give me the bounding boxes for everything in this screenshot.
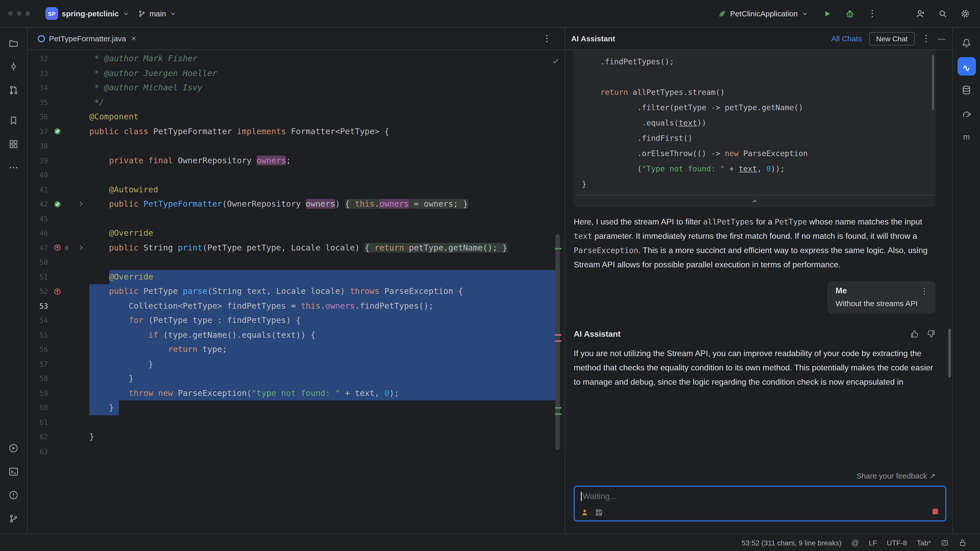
- chat-input[interactable]: Waiting...: [574, 486, 946, 521]
- error-stripe-mark[interactable]: [555, 340, 562, 342]
- editor-gutter: 46: [27, 226, 89, 241]
- editor-scrollbar[interactable]: [555, 234, 560, 450]
- pull-requests-tool-button[interactable]: [4, 81, 23, 99]
- column-mode-icon[interactable]: [941, 538, 949, 547]
- editor-gutter: 58: [27, 372, 89, 386]
- vcs-branch-widget[interactable]: main: [134, 6, 181, 21]
- bookmarks-tool-button[interactable]: [4, 111, 23, 130]
- chevron-down-icon: [169, 10, 177, 17]
- line-number: 39: [27, 153, 48, 168]
- line-separator-widget[interactable]: LF: [869, 538, 877, 547]
- main-content: PetTypeFormatter.java × ⋮ 32 * @author M…: [0, 27, 980, 534]
- text-caret: [581, 492, 582, 501]
- project-widget[interactable]: SP spring-petclinic: [41, 5, 134, 22]
- spring-bean-gutter-icon[interactable]: [54, 200, 61, 208]
- debug-button[interactable]: [842, 6, 858, 21]
- line-number: 63: [27, 444, 48, 459]
- settings-button[interactable]: [958, 6, 973, 21]
- notifications-tool-button[interactable]: [957, 34, 976, 52]
- inline-code: allPetTypes: [703, 218, 754, 227]
- collapse-code-button[interactable]: [574, 195, 935, 207]
- pr-icon: [8, 84, 19, 95]
- chevron-down-icon: [801, 10, 808, 17]
- thumbs-up-button[interactable]: [910, 329, 920, 339]
- line-number: 34: [27, 81, 48, 95]
- lock-icon[interactable]: [959, 538, 967, 547]
- line-number: 60: [27, 400, 48, 415]
- search-everywhere-button[interactable]: [935, 6, 950, 21]
- editor-line: 52 public PetType parse(String text, Loc…: [27, 284, 565, 299]
- hide-panel-button[interactable]: —: [938, 34, 945, 43]
- editor-line: 53 Collection<PetType> findPetTypes = th…: [27, 299, 565, 313]
- project-tool-button[interactable]: [4, 34, 23, 52]
- overrides-gutter-icon[interactable]: [54, 288, 61, 295]
- window-close-button[interactable]: [8, 11, 13, 16]
- code-with-me-button[interactable]: [913, 6, 928, 21]
- error-stripe-mark[interactable]: [555, 334, 562, 336]
- editor-tab[interactable]: PetTypeFormatter.java ×: [33, 27, 142, 49]
- indent-widget[interactable]: Tab*: [917, 538, 931, 547]
- new-chat-button[interactable]: New Chat: [869, 32, 915, 45]
- thumbs-down-icon: [926, 329, 935, 339]
- ai-code-line: .filter(petType -> petType.getName(): [582, 100, 928, 115]
- message-options-button[interactable]: ⋮: [905, 286, 928, 296]
- window-zoom-button[interactable]: [25, 11, 30, 16]
- code-text: [89, 139, 565, 153]
- editor-line: 32 * @author Mark Fisher: [27, 52, 565, 66]
- editor-gutter: 51: [27, 270, 89, 284]
- database-tool-button[interactable]: [957, 81, 976, 99]
- code-text: public class PetTypeFormatter implements…: [89, 124, 565, 139]
- more-actions-button[interactable]: ⋮: [865, 6, 880, 21]
- problems-tool-button[interactable]: [4, 486, 23, 504]
- structure-tool-button[interactable]: [4, 135, 23, 153]
- terminal-tool-button[interactable]: [4, 462, 23, 481]
- tab-options-button[interactable]: ⋮: [542, 33, 551, 44]
- chat-scrollbar[interactable]: [948, 329, 951, 378]
- more-tools-tool-button[interactable]: [4, 158, 23, 176]
- editor-line: 58 }: [27, 372, 565, 386]
- save-prompt-icon[interactable]: [595, 509, 603, 516]
- text-run: parameter. It immediately returns the fi…: [592, 232, 917, 240]
- maven-tool-button[interactable]: m: [957, 127, 976, 146]
- caret-position-widget[interactable]: 53:52 (311 chars, 9 line breaks): [741, 538, 842, 547]
- thumbs-down-button[interactable]: [926, 329, 935, 339]
- all-chats-link[interactable]: All Chats: [831, 34, 862, 43]
- services-tool-button[interactable]: [4, 439, 23, 457]
- line-number: 36: [27, 110, 48, 124]
- editor-gutter: 50: [27, 255, 89, 270]
- ai-assistant-tool-button[interactable]: [957, 57, 976, 76]
- selection-highlight: [109, 270, 555, 284]
- line-number: 42: [27, 197, 48, 211]
- run-button[interactable]: [820, 6, 835, 21]
- selection-highlight: [89, 372, 555, 386]
- editor-line: 42 public PetTypeFormatter(OwnerReposito…: [27, 197, 565, 211]
- encoding-widget[interactable]: UTF-8: [887, 538, 907, 547]
- error-stripe-mark[interactable]: [555, 407, 562, 409]
- spring-bean-gutter-icon[interactable]: [54, 128, 61, 135]
- ai-agent-icon[interactable]: [581, 509, 589, 516]
- overrides-gutter-icon[interactable]: [54, 244, 61, 252]
- window-minimize-button[interactable]: [17, 11, 21, 16]
- user-message-bubble: Me ⋮ Without the streams API: [827, 281, 935, 314]
- ai-options-button[interactable]: ⋮: [922, 34, 931, 43]
- code-block-scrollbar[interactable]: [932, 55, 934, 110]
- chat-spacer: [574, 389, 946, 472]
- version-control-tool-button[interactable]: [4, 509, 23, 527]
- close-tab-button[interactable]: ×: [130, 34, 137, 43]
- stop-generation-button[interactable]: [932, 509, 938, 514]
- inspections-ok-icon[interactable]: [552, 57, 559, 65]
- share-feedback-link[interactable]: Share your feedback ↗: [574, 472, 935, 481]
- run-configuration-widget[interactable]: PetClinicApplication: [714, 6, 813, 21]
- bug-icon: [845, 8, 855, 19]
- annotation-indicator-icon[interactable]: @: [851, 538, 859, 547]
- commit-tool-button[interactable]: [4, 57, 23, 76]
- code-tokens: @Autowired: [89, 184, 158, 194]
- ai-message-text: Here, I used the stream API to filter al…: [574, 215, 935, 272]
- gradle-tool-button[interactable]: [957, 104, 976, 122]
- code-editor[interactable]: 32 * @author Mark Fisher33 * @author Jue…: [27, 50, 565, 534]
- fold-arrow-icon[interactable]: [77, 244, 85, 251]
- fold-arrow-icon[interactable]: [77, 200, 85, 208]
- error-stripe-mark[interactable]: [555, 413, 562, 415]
- annotation-gutter-icon[interactable]: @: [63, 244, 70, 252]
- error-stripe-mark[interactable]: [555, 248, 562, 249]
